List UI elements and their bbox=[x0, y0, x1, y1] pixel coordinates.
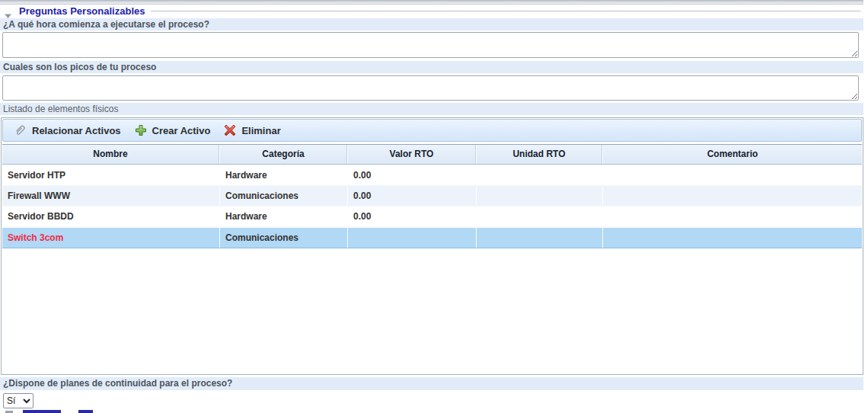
listado-label: Listado de elementos físicos bbox=[0, 103, 863, 115]
cell-comentario bbox=[602, 186, 862, 206]
cell-categoria: Comunicaciones bbox=[219, 186, 347, 206]
continuity-question-label: ¿Dispone de planes de continuidad para e… bbox=[0, 377, 863, 390]
cell-categoria: Hardware bbox=[219, 165, 347, 185]
legend-rule bbox=[151, 11, 860, 11]
cell-valor-rto: 0.00 bbox=[347, 206, 476, 226]
cell-unidad-rto bbox=[476, 186, 602, 206]
cell-unidad-rto bbox=[476, 228, 602, 248]
table-row[interactable]: Servidor BBDDHardware0.00 bbox=[2, 206, 862, 227]
activos-toolbar: Relacionar ActivosCrear ActivoEliminar bbox=[2, 119, 862, 142]
cell-comentario bbox=[602, 228, 862, 248]
top-divider bbox=[0, 0, 863, 5]
cell-categoria: Hardware bbox=[219, 206, 347, 226]
cell-valor-rto: 0.00 bbox=[347, 186, 476, 206]
question-label-hora: ¿A qué hora comienza a ejecutarse el pro… bbox=[0, 18, 863, 30]
cell-nombre: Firewall WWW bbox=[2, 186, 219, 206]
cell-valor-rto bbox=[347, 228, 476, 248]
collapse-triangle-icon[interactable] bbox=[4, 8, 12, 14]
column-header-unidad-rto[interactable]: Unidad RTO bbox=[476, 145, 602, 164]
cropped-text-fragment bbox=[23, 410, 61, 413]
column-header-comentario[interactable]: Comentario bbox=[602, 145, 862, 164]
cell-comentario bbox=[602, 165, 862, 185]
toolbar-button-label: Relacionar Activos bbox=[32, 125, 121, 136]
crear-activo-button[interactable]: Crear Activo bbox=[130, 121, 220, 139]
question-textarea-hora[interactable] bbox=[2, 32, 859, 58]
cropped-text-fragment bbox=[78, 410, 93, 413]
cell-valor-rto: 0.00 bbox=[347, 165, 476, 185]
toolbar-button-label: Eliminar bbox=[241, 125, 280, 136]
activos-grid: Relacionar ActivosCrear ActivoEliminar N… bbox=[1, 117, 863, 375]
activos-table-header: NombreCategoríaValor RTOUnidad RTOComent… bbox=[2, 144, 862, 165]
column-header-nombre[interactable]: Nombre bbox=[2, 145, 219, 164]
column-header-categoría[interactable]: Categoría bbox=[219, 145, 347, 164]
cell-nombre: Switch 3com bbox=[2, 228, 219, 248]
question-label-picos: Cuales son los picos de tu proceso bbox=[0, 61, 863, 73]
plus-icon bbox=[135, 124, 147, 136]
table-row[interactable]: Switch 3comComunicaciones bbox=[2, 227, 862, 248]
question-textarea-picos[interactable] bbox=[2, 75, 859, 101]
cell-nombre: Servidor BBDD bbox=[2, 206, 219, 226]
cell-unidad-rto bbox=[476, 165, 602, 185]
relacionar-activos-button[interactable]: Relacionar Activos bbox=[9, 121, 130, 139]
paperclip-icon bbox=[14, 124, 27, 136]
cropped-bottom-section bbox=[0, 409, 863, 413]
activos-table-body: Servidor HTPHardware0.00Firewall WWWComu… bbox=[2, 165, 862, 373]
toolbar-button-label: Crear Activo bbox=[152, 125, 211, 136]
delete-x-icon bbox=[224, 124, 236, 136]
continuity-select[interactable]: Sí bbox=[3, 393, 34, 408]
cell-comentario bbox=[602, 206, 862, 226]
panel-legend-label: Preguntas Personalizables bbox=[19, 5, 145, 17]
cell-unidad-rto bbox=[476, 206, 602, 226]
panel-collapse-header[interactable]: Preguntas Personalizables bbox=[0, 5, 863, 17]
preguntas-personalizables-panel: Preguntas Personalizables ¿A qué hora co… bbox=[0, 0, 868, 413]
cell-nombre: Servidor HTP bbox=[2, 165, 219, 185]
table-row[interactable]: Servidor HTPHardware0.00 bbox=[2, 165, 862, 186]
eliminar-button[interactable]: Eliminar bbox=[219, 121, 289, 139]
cell-categoria: Comunicaciones bbox=[219, 228, 347, 248]
column-header-valor-rto[interactable]: Valor RTO bbox=[347, 145, 476, 164]
table-row[interactable]: Firewall WWWComunicaciones0.00 bbox=[2, 186, 862, 206]
